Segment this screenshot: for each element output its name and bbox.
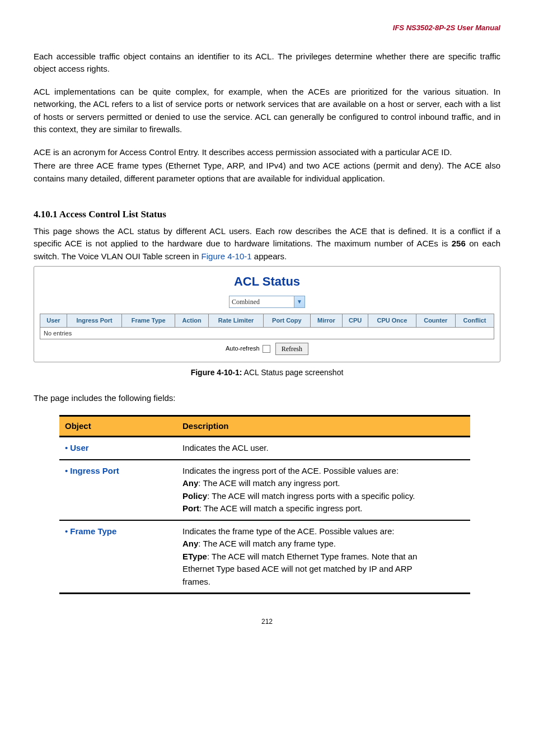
chevron-down-icon: ▼ (294, 296, 305, 307)
field-desc-line: Indicates the ACL user. (182, 442, 465, 455)
col-counter: Counter (416, 314, 455, 328)
intro-paragraph-4: There are three ACE frame types (Etherne… (34, 160, 500, 185)
acl-table-empty-row: No entries (40, 327, 494, 339)
fields-row-frame-type: •Frame Type Indicates the frame type of … (59, 520, 470, 594)
field-desc-line: Indicates the frame type of the ACE. Pos… (182, 525, 465, 538)
field-object-label: Frame Type (70, 526, 116, 536)
refresh-controls: Auto-refresh Refresh (34, 343, 500, 355)
col-conflict: Conflict (456, 314, 494, 328)
field-object-label: User (70, 443, 88, 452)
field-desc-line: Any: The ACE will match any frame type. (182, 538, 465, 550)
fields-table-header: Object Description (59, 416, 470, 437)
section-desc-pre: This page shows the ACL status by differ… (34, 226, 500, 249)
auto-refresh-checkbox[interactable] (263, 345, 270, 353)
fields-row-ingress-port: •Ingress Port Indicates the ingress port… (59, 460, 470, 520)
figure-caption-bold: Figure 4-10-1: (191, 368, 242, 377)
field-desc-line: Policy: The ACE will match ingress ports… (182, 490, 465, 503)
fields-desc-user: Indicates the ACL user. (177, 437, 470, 460)
acl-user-select[interactable]: Combined ▼ (229, 296, 305, 308)
combo-row: Combined ▼ (34, 295, 500, 308)
fields-label-frame-type: •Frame Type (59, 520, 177, 594)
col-rate-limiter: Rate Limiter (209, 314, 264, 328)
col-cpu: CPU (342, 314, 368, 328)
fields-intro: The page includes the following fields: (34, 392, 500, 405)
field-desc-line: Indicates the ingress port of the ACE. P… (182, 465, 465, 478)
field-desc-line: Ethernet Type based ACE will not get mat… (182, 563, 465, 576)
refresh-button[interactable]: Refresh (275, 343, 308, 355)
acl-user-select-value: Combined (232, 298, 260, 306)
bullet-icon: • (65, 466, 68, 475)
intro-paragraph-1: Each accessible traffic object contains … (34, 50, 500, 76)
acl-table-header-row: User Ingress Port Frame Type Action Rate… (40, 314, 494, 328)
page-number: 212 (34, 617, 500, 627)
fields-desc-frame-type: Indicates the frame type of the ACE. Pos… (177, 520, 470, 594)
col-port-copy: Port Copy (264, 314, 311, 328)
intro-paragraph-3: ACE is an acronym for Access Control Ent… (34, 146, 500, 159)
fields-desc-ingress-port: Indicates the ingress port of the ACE. P… (177, 460, 470, 520)
auto-refresh-label: Auto-refresh (226, 345, 260, 352)
section-desc-post: appears. (252, 251, 287, 261)
col-action: Action (175, 314, 208, 328)
bullet-icon: • (65, 443, 68, 452)
fields-col-object: Object (59, 416, 177, 437)
field-object-label: Ingress Port (70, 466, 119, 475)
section-heading: 4.10.1 Access Control List Status (34, 207, 500, 222)
section-description: This page shows the ACL status by differ… (34, 225, 500, 263)
acl-table-no-entries: No entries (40, 327, 494, 339)
figure-caption-rest: ACL Status page screenshot (242, 368, 343, 377)
figure-caption: Figure 4-10-1: ACL Status page screensho… (34, 367, 500, 379)
section-desc-bold: 256 (452, 239, 466, 248)
col-user: User (40, 314, 67, 328)
field-desc-line: frames. (182, 576, 465, 589)
fields-table: Object Description •User Indicates the A… (59, 415, 470, 595)
fields-col-description: Description (177, 416, 470, 437)
bullet-icon: • (65, 526, 68, 536)
field-desc-line: EType: The ACE will match Ethernet Type … (182, 550, 465, 563)
acl-status-title: ACL Status (34, 272, 500, 291)
acl-status-table: User Ingress Port Frame Type Action Rate… (40, 314, 494, 339)
page-header-product: IFS NS3502-8P-2S User Manual (34, 22, 500, 34)
col-cpu-once: CPU Once (368, 314, 416, 328)
field-desc-line: Port: The ACE will match a specific ingr… (182, 502, 465, 515)
col-ingress-port: Ingress Port (67, 314, 122, 328)
intro-paragraph-2: ACL implementations can be quite complex… (34, 86, 500, 136)
fields-label-ingress-port: •Ingress Port (59, 460, 177, 520)
section-desc-figure-ref: Figure 4-10-1 (202, 251, 252, 261)
col-frame-type: Frame Type (122, 314, 175, 328)
acl-status-screenshot: ACL Status Combined ▼ User Ingress Port … (34, 266, 500, 362)
fields-row-user: •User Indicates the ACL user. (59, 437, 470, 460)
field-desc-line: Any: The ACE will match any ingress port… (182, 477, 465, 490)
fields-label-user: •User (59, 437, 177, 460)
col-mirror: Mirror (310, 314, 342, 328)
